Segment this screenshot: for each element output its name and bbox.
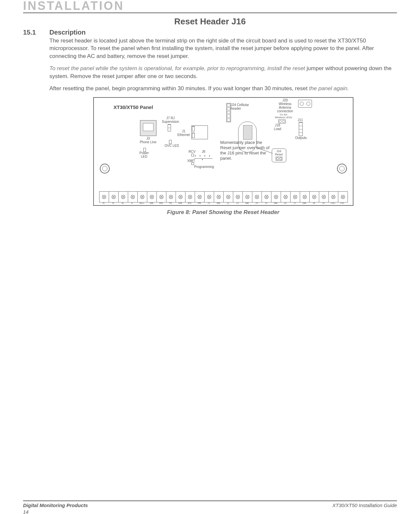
terminal — [118, 191, 128, 203]
j8-label: J8 — [202, 150, 206, 153]
terminal — [252, 191, 262, 203]
terminal — [281, 191, 291, 203]
chapter-title: INSTALLATION — [23, 0, 397, 13]
terminal — [290, 191, 300, 203]
section-number: 15.1 — [23, 29, 49, 216]
paragraph-3-start: After resetting the panel, begin program… — [49, 85, 309, 92]
j16-label: J16 Reset — [272, 149, 286, 156]
terminal — [128, 191, 138, 203]
j11-header-icon — [299, 122, 303, 136]
ovc-led-icon — [169, 140, 172, 144]
rcv-label: RCV — [189, 150, 196, 153]
mounting-hole-icon — [337, 164, 347, 174]
terminal-labels: ACACB+B-BELLGNDREDYELGRNBLKSMKZ1GNDZ2Z3G… — [99, 202, 348, 205]
xmit-led-icon — [191, 162, 194, 165]
paragraph-2-italic: To reset the panel while the system is o… — [49, 65, 305, 71]
terminal — [137, 191, 147, 203]
terminal — [176, 191, 185, 203]
j7-label: J7 RJ Supervision — [159, 116, 182, 123]
figure-caption: Figure 8: Panel Showing the Reset Header — [93, 209, 353, 216]
terminal — [300, 191, 310, 203]
j3-jack-icon — [140, 120, 156, 136]
paragraph-1: The reset header is located just above t… — [49, 37, 397, 60]
terminal — [109, 191, 119, 203]
j3-label: J3 Phone Line — [137, 137, 160, 144]
wireless-leds-icon — [278, 120, 286, 123]
j1-led-icon — [192, 126, 195, 131]
footer-right: XT30/XT50 Installation Guide — [332, 502, 397, 508]
terminal — [328, 191, 338, 203]
j20-label: J20 Wireless Antenna connection — [274, 98, 297, 113]
mounting-hole-icon — [100, 164, 110, 174]
j1-led-icon — [192, 133, 195, 138]
board-title: XT30/XT50 Panel — [114, 104, 153, 110]
j1-label: J1 Ethernet — [175, 129, 193, 137]
terminal — [319, 191, 329, 203]
outputs-label: Outputs — [293, 136, 309, 140]
chip-icon — [243, 125, 252, 140]
circuit-board-diagram: XT30/XT50 Panel J3 Phone Line J7 RJ Supe… — [93, 97, 353, 206]
page-footer: Digital Monitoring Products XT30/XT50 In… — [23, 500, 397, 508]
reset-callout-text: Momentarily place the Reset jumper over … — [220, 140, 270, 161]
terminal — [166, 191, 176, 203]
j18-label: J18 Load — [271, 123, 284, 131]
j24-header-icon — [226, 103, 231, 122]
page-number: 14 — [23, 509, 29, 514]
figure-caption-text: Panel Showing the Reset Header — [192, 209, 280, 215]
footer-left: Digital Monitoring Products — [23, 502, 88, 508]
terminal — [242, 191, 252, 203]
terminal — [195, 191, 205, 203]
j24-label: J24 Celllular header — [231, 103, 257, 110]
terminal — [99, 191, 109, 203]
ovc-label: OVC LED — [163, 144, 181, 148]
figure-caption-label: Figure 8: — [167, 209, 192, 215]
terminal — [204, 191, 214, 203]
j11-label: J11 — [295, 118, 305, 122]
j7-header-icon — [168, 124, 171, 131]
j8-header-icon: • • • • • — [194, 158, 212, 159]
terminal — [223, 191, 233, 203]
figure: XT30/XT50 Panel J3 Phone Line J7 RJ Supe… — [93, 97, 353, 216]
terminal — [185, 191, 195, 203]
terminal — [309, 191, 319, 203]
terminal — [271, 191, 281, 203]
section-title: Reset Header J16 — [23, 16, 397, 27]
paragraph-3-italic: the panel again. — [309, 85, 349, 92]
terminal — [156, 191, 166, 203]
terminal — [338, 191, 348, 203]
power-led-label: Power LED — [137, 151, 152, 158]
antenna-connector-icon — [298, 100, 312, 108]
paragraph-3: After resetting the panel, begin program… — [49, 85, 397, 92]
terminal — [233, 191, 243, 203]
j16-reset-icon: J16 Reset — [272, 149, 286, 162]
programming-label: Programming — [193, 165, 216, 169]
rcv-led-icon — [191, 154, 194, 156]
terminal — [147, 191, 157, 203]
terminal — [262, 191, 271, 203]
subheading: Description — [49, 29, 397, 36]
paragraph-2: To reset the panel while the system is o… — [49, 65, 397, 80]
terminal-strip — [99, 191, 348, 203]
terminal — [214, 191, 224, 203]
wireless-leds-label: Wireless LEDs — [272, 116, 295, 119]
